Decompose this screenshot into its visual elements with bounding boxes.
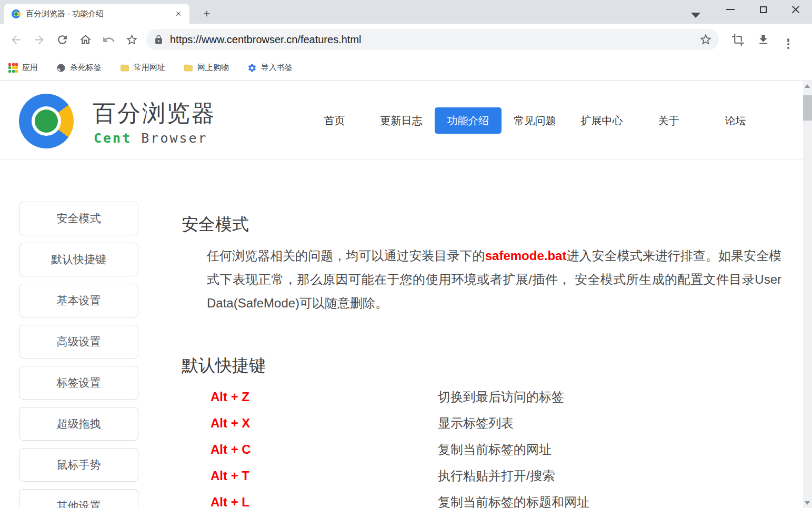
minimize-icon xyxy=(726,9,735,10)
shortcut-desc: 显示标签列表 xyxy=(438,415,514,432)
close-button[interactable] xyxy=(779,0,812,19)
bookmark-star-icon[interactable] xyxy=(699,33,713,46)
shortcut-list: Alt + Z 切换到最后访问的标签 Alt + X 显示标签列表 Alt + … xyxy=(210,384,789,508)
address-bar[interactable]: https://www.centbrowser.cn/features.html xyxy=(146,29,719,50)
titlebar: 百分浏览器 - 功能介绍 xyxy=(0,0,812,24)
bookmark-import[interactable]: 导入书签 xyxy=(245,59,295,76)
collect-button[interactable] xyxy=(120,28,143,51)
cent-browser-logo-icon[interactable] xyxy=(19,94,74,148)
shortcut-keys: Alt + C xyxy=(210,442,438,457)
side-menu: 安全模式 默认快捷键 基本设置 高级设置 标签设置 超级拖拽 鼠标手势 其他设置 xyxy=(19,202,138,508)
tab-search-dropdown-icon[interactable] xyxy=(691,13,700,18)
download-button[interactable] xyxy=(751,28,775,51)
window-controls xyxy=(714,0,812,19)
close-icon xyxy=(791,5,800,14)
shortcut-desc: 执行粘贴并打开/搜索 xyxy=(438,467,555,484)
nav-item-changelog[interactable]: 更新日志 xyxy=(368,107,435,134)
reload-icon xyxy=(56,33,69,46)
nav-item-home[interactable]: 首页 xyxy=(301,107,368,134)
sidebar-item-other-settings[interactable]: 其他设置 xyxy=(19,489,138,508)
restore-tab-button[interactable] xyxy=(97,28,120,51)
bookmark-label: 导入书签 xyxy=(261,63,293,73)
home-icon xyxy=(79,33,92,46)
bookmark-folder-common-sites[interactable]: 常用网址 xyxy=(118,59,167,76)
page-scrollbar[interactable] xyxy=(803,81,812,508)
safemode-bat-highlight: safemode.bat xyxy=(485,248,567,263)
download-icon xyxy=(757,33,770,46)
bookmark-label: 杀死标签 xyxy=(70,63,102,73)
lock-icon xyxy=(154,35,164,45)
maximize-icon xyxy=(760,6,767,13)
scroll-down-icon[interactable] xyxy=(805,501,810,505)
kebab-menu-icon xyxy=(787,38,789,41)
menu-button[interactable] xyxy=(777,28,800,51)
shortcut-desc: 切换到最后访问的标签 xyxy=(438,389,564,405)
brand-name-zh: 百分浏览器 xyxy=(93,98,216,129)
bookmark-folder-shopping[interactable]: 网上购物 xyxy=(182,59,231,76)
nav-item-about[interactable]: 关于 xyxy=(635,107,702,134)
bookmark-apps[interactable]: 应用 xyxy=(6,59,40,76)
folder-icon xyxy=(184,63,193,73)
globe-icon xyxy=(56,63,66,73)
shortcut-desc: 复制当前标签的标题和网址 xyxy=(438,494,589,508)
apps-grid-icon xyxy=(8,63,18,73)
star-outline-icon xyxy=(125,33,138,46)
folder-icon xyxy=(120,63,129,73)
back-button[interactable] xyxy=(4,28,27,51)
bookmarks-bar: 应用 杀死标签 常用网址 网上购物 导入书签 xyxy=(0,55,812,81)
shortcut-row: Alt + Z 切换到最后访问的标签 xyxy=(210,384,789,410)
sidebar-item-basic-settings[interactable]: 基本设置 xyxy=(19,284,138,317)
tab-title: 百分浏览器 - 功能介绍 xyxy=(26,9,173,19)
safemode-paragraph: 任何浏览器相关的问题，均可以通过安装目录下的safemode.bat进入安全模式… xyxy=(207,244,781,315)
scrollbar-thumb[interactable] xyxy=(803,95,812,121)
shortcut-row: Alt + L 复制当前标签的标题和网址 xyxy=(210,489,789,508)
main-column: 安全模式 任何浏览器相关的问题，均可以通过安装目录下的safemode.bat进… xyxy=(182,161,792,508)
browser-tab[interactable]: 百分浏览器 - 功能介绍 xyxy=(4,4,189,24)
reload-button[interactable] xyxy=(51,28,74,51)
sidebar-item-super-drag[interactable]: 超级拖拽 xyxy=(19,407,138,441)
nav-item-faq[interactable]: 常见问题 xyxy=(502,107,568,134)
bookmark-label: 常用网址 xyxy=(134,63,165,73)
sidebar-item-mouse-gesture[interactable]: 鼠标手势 xyxy=(19,448,138,482)
nav-item-features[interactable]: 功能介绍 xyxy=(435,107,502,134)
scroll-up-icon[interactable] xyxy=(805,84,810,88)
screenshot-button[interactable] xyxy=(726,28,749,51)
minimize-button[interactable] xyxy=(714,0,747,19)
bookmark-kill-tab[interactable]: 杀死标签 xyxy=(54,59,104,76)
main-nav: 首页 更新日志 功能介绍 常见问题 扩展中心 关于 论坛 xyxy=(301,81,769,160)
shortcut-keys: Alt + X xyxy=(210,416,438,431)
sidebar-item-tab-settings[interactable]: 标签设置 xyxy=(19,366,138,400)
home-button[interactable] xyxy=(74,28,97,51)
shortcut-row: Alt + C 复制当前标签的网址 xyxy=(210,436,789,463)
nav-item-forum[interactable]: 论坛 xyxy=(702,107,769,134)
url-text[interactable]: https://www.centbrowser.cn/features.html xyxy=(170,34,699,46)
shortcut-keys: Alt + Z xyxy=(210,390,438,404)
webpage-viewport: 百分浏览器 Cent Browser 首页 更新日志 功能介绍 常见问题 扩展中… xyxy=(0,81,812,508)
shortcut-desc: 复制当前标签的网址 xyxy=(438,441,552,458)
favicon-cent-browser-icon xyxy=(12,9,21,18)
browser-window: 百分浏览器 - 功能介绍 xyxy=(0,0,812,508)
section-heading-safemode: 安全模式 xyxy=(182,213,249,236)
toolbar: https://www.centbrowser.cn/features.html xyxy=(0,24,812,55)
shortcut-row: Alt + T 执行粘贴并打开/搜索 xyxy=(210,463,789,489)
bookmark-label: 网上购物 xyxy=(197,63,229,73)
maximize-button[interactable] xyxy=(747,0,779,19)
tab-close-icon[interactable] xyxy=(173,8,184,19)
content-area: 安全模式 默认快捷键 基本设置 高级设置 标签设置 超级拖拽 鼠标手势 其他设置… xyxy=(0,161,803,508)
nav-item-extensions[interactable]: 扩展中心 xyxy=(568,107,635,134)
undo-arrow-icon xyxy=(102,33,115,46)
sidebar-item-advanced-settings[interactable]: 高级设置 xyxy=(19,325,138,358)
site-header: 百分浏览器 Cent Browser 首页 更新日志 功能介绍 常见问题 扩展中… xyxy=(0,81,803,160)
forward-button[interactable] xyxy=(27,28,51,51)
gear-icon xyxy=(247,63,257,73)
section-heading-shortcuts: 默认快捷键 xyxy=(182,354,266,377)
sidebar-item-shortcuts[interactable]: 默认快捷键 xyxy=(19,243,138,276)
shortcut-keys: Alt + L xyxy=(210,495,438,508)
forward-icon xyxy=(33,33,46,46)
webpage: 百分浏览器 Cent Browser 首页 更新日志 功能介绍 常见问题 扩展中… xyxy=(0,81,803,508)
brand-name-en: Cent Browser xyxy=(94,131,208,146)
sidebar-item-safemode[interactable]: 安全模式 xyxy=(19,202,138,235)
shortcut-row: Alt + X 显示标签列表 xyxy=(210,410,789,436)
crop-icon xyxy=(731,33,745,46)
new-tab-button[interactable] xyxy=(198,6,216,22)
